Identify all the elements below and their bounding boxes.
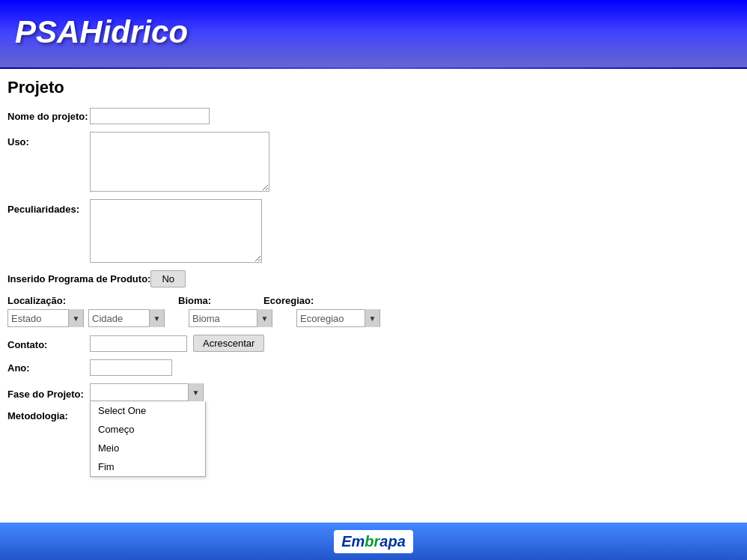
ecoregiao-select[interactable]: Ecoregiao bbox=[297, 313, 365, 324]
ecoregiao-wrapper[interactable]: Ecoregiao ▼ bbox=[296, 309, 380, 327]
contato-input[interactable] bbox=[90, 335, 187, 352]
main-content: Projeto Nome do projeto: Uso: Peculiarid… bbox=[0, 69, 747, 436]
embrapa-logo: Em br apa bbox=[334, 530, 413, 553]
estado-wrapper[interactable]: Estado ▼ bbox=[7, 309, 84, 327]
fase-display[interactable]: Select One bbox=[91, 387, 188, 398]
no-button[interactable]: No bbox=[150, 270, 186, 287]
peculiaridades-label: Peculiaridades: bbox=[7, 199, 90, 215]
cidade-wrapper[interactable]: Cidade ▼ bbox=[88, 309, 165, 327]
fase-option-select-one[interactable]: Select One bbox=[91, 401, 205, 420]
estado-select[interactable]: Estado bbox=[8, 313, 68, 324]
fase-option-comeco[interactable]: Começo bbox=[91, 420, 205, 439]
cidade-select[interactable]: Cidade bbox=[89, 313, 149, 324]
nome-label: Nome do projeto: bbox=[7, 108, 90, 122]
bioma-group: Bioma: bbox=[178, 295, 211, 306]
footer: Em br apa bbox=[0, 523, 747, 560]
ano-row: Ano: bbox=[7, 359, 732, 376]
peculiaridades-textarea[interactable] bbox=[90, 199, 262, 263]
header: PSAHidrico bbox=[0, 0, 747, 67]
nome-row: Nome do projeto: bbox=[7, 108, 732, 124]
fase-dropdown-open[interactable]: Select One Começo Meio Fim bbox=[90, 401, 206, 477]
bioma-select[interactable]: Bioma bbox=[189, 313, 257, 324]
app-title: PSAHidrico bbox=[15, 14, 188, 50]
nome-input[interactable] bbox=[90, 108, 210, 124]
fase-select-wrapper[interactable]: Select One ▼ bbox=[90, 383, 204, 401]
fase-option-meio[interactable]: Meio bbox=[91, 439, 205, 457]
fase-label: Fase do Projeto: bbox=[7, 386, 90, 400]
dropdowns-row: Estado ▼ Cidade ▼ Bioma ▼ Ecoregiao ▼ bbox=[7, 309, 732, 327]
logo-em: Em bbox=[341, 533, 365, 550]
logo-apa: apa bbox=[379, 533, 405, 550]
peculiaridades-row: Peculiaridades: bbox=[7, 199, 732, 263]
fase-dropdown-container: Select One ▼ Select One Começo Meio Fim bbox=[90, 383, 204, 401]
inserido-row: Inserido Programa de Produto: No bbox=[7, 270, 732, 287]
fase-option-fim[interactable]: Fim bbox=[91, 457, 205, 476]
bioma-arrow[interactable]: ▼ bbox=[257, 309, 272, 327]
uso-textarea[interactable] bbox=[90, 132, 269, 192]
ano-input[interactable] bbox=[90, 359, 172, 376]
bioma-wrapper[interactable]: Bioma ▼ bbox=[189, 309, 272, 327]
uso-row: Uso: bbox=[7, 132, 732, 192]
fase-arrow[interactable]: ▼ bbox=[188, 383, 203, 401]
fase-row: Fase do Projeto: Select One ▼ Select One… bbox=[7, 383, 732, 401]
contato-label: Contato: bbox=[7, 336, 90, 350]
localizacao-label: Localização: bbox=[7, 295, 66, 306]
uso-label: Uso: bbox=[7, 132, 90, 147]
estado-arrow[interactable]: ▼ bbox=[68, 309, 83, 327]
cidade-arrow[interactable]: ▼ bbox=[149, 309, 164, 327]
metodologia-label: Metodologia: bbox=[7, 406, 90, 421]
ecoregiao-group: Ecoregiao: bbox=[263, 295, 314, 306]
ecoregiao-label: Ecoregiao: bbox=[263, 295, 314, 306]
inserido-label: Inserido Programa de Produto: bbox=[7, 270, 150, 284]
ano-label: Ano: bbox=[7, 359, 90, 374]
logo-br: br bbox=[365, 533, 379, 550]
localizacao-group: Localização: bbox=[7, 295, 66, 306]
ecoregiao-arrow[interactable]: ▼ bbox=[365, 309, 379, 327]
location-labels-row: Localização: Bioma: Ecoregiao: bbox=[7, 295, 732, 306]
acrescentar-button[interactable]: Acrescentar bbox=[193, 335, 264, 352]
bioma-label: Bioma: bbox=[178, 295, 211, 306]
contato-row: Contato: Acrescentar bbox=[7, 335, 732, 352]
page-title: Projeto bbox=[7, 78, 732, 97]
